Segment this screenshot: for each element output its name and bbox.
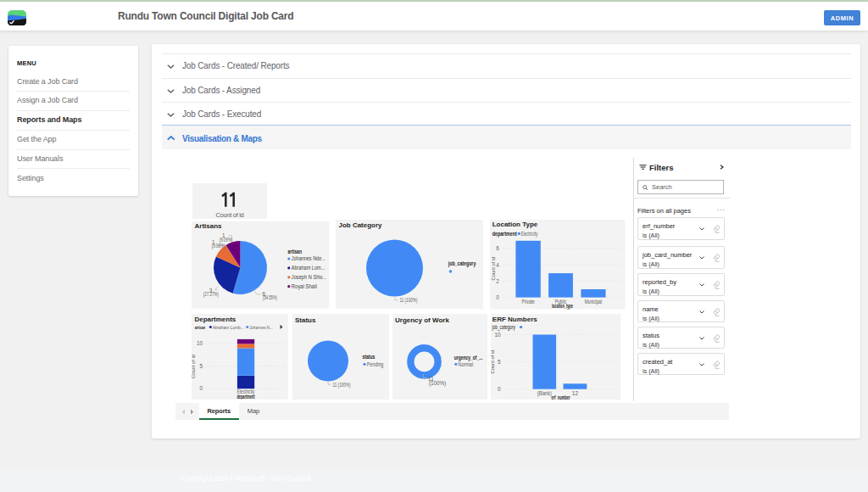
svg-text:Job Category: Job Category (338, 221, 382, 229)
svg-text:0: 0 (496, 294, 499, 300)
svg-text:0: 0 (199, 385, 203, 391)
svg-text:Johannes Nde...: Johannes Nde... (292, 255, 326, 261)
svg-text:urgency_of_...: urgency_of_... (453, 354, 482, 361)
svg-text:5: 5 (199, 362, 203, 368)
svg-text:(9.09%): (9.09%) (220, 237, 233, 243)
svg-text:0: 0 (498, 386, 501, 392)
svg-text:(100%): (100%) (428, 380, 445, 387)
svg-text:ERF Numbers: ERF Numbers (492, 316, 537, 323)
svg-text:Status: Status (295, 316, 316, 323)
svg-text:(9.09%): (9.09%) (212, 243, 225, 249)
svg-text:Pending: Pending (367, 361, 384, 367)
svg-text:artisan: artisan (288, 249, 303, 254)
svg-text:department: department (236, 394, 255, 400)
svg-text:Municipal: Municipal (585, 299, 602, 305)
svg-text:Urgency of Work: Urgency of Work (395, 316, 449, 323)
svg-text:Johannes N...: Johannes N... (249, 323, 273, 329)
svg-text:job_category: job_category (492, 323, 516, 330)
svg-text:10: 10 (197, 340, 203, 346)
svg-text:Count of id: Count of id (491, 349, 495, 373)
svg-text:Count of id: Count of id (491, 257, 496, 281)
svg-text:artisan: artisan (195, 323, 206, 329)
svg-text:(Blank): (Blank) (537, 389, 552, 396)
svg-text:4: 4 (496, 262, 499, 268)
svg-text:Private: Private (522, 299, 535, 305)
svg-text:Location Type: Location Type (492, 221, 538, 229)
svg-text:erf_number: erf_number (552, 394, 570, 400)
svg-text:job_category: job_category (448, 260, 476, 267)
svg-text:2: 2 (496, 278, 499, 284)
svg-text:status: status (362, 353, 375, 359)
svg-text:Normal: Normal (458, 361, 473, 366)
svg-text:10: 10 (494, 331, 501, 337)
svg-text:Count of id: Count of id (192, 355, 196, 378)
svg-text:Royal Shali: Royal Shali (292, 283, 317, 290)
svg-text:location_type: location_type (552, 303, 573, 309)
svg-text:Joseph N Shiv...: Joseph N Shiv... (292, 274, 326, 281)
svg-text:Artisans: Artisans (195, 222, 223, 230)
svg-text:Departments: Departments (194, 316, 236, 323)
svg-text:6: 6 (496, 245, 499, 251)
svg-text:12: 12 (572, 389, 579, 395)
svg-text:(27.27%): (27.27%) (203, 291, 219, 298)
svg-text:5: 5 (498, 358, 501, 364)
svg-text:Electricity: Electricity (521, 231, 538, 238)
svg-text:Abraham Lomb...: Abraham Lomb... (213, 323, 244, 329)
svg-text:11 (100%): 11 (100%) (333, 381, 351, 388)
svg-text:11 (100%): 11 (100%) (399, 296, 417, 303)
svg-text:(54.55%): (54.55%) (263, 294, 277, 301)
svg-text:Abraham Lom...: Abraham Lom... (292, 265, 326, 271)
svg-text:department: department (492, 231, 518, 238)
